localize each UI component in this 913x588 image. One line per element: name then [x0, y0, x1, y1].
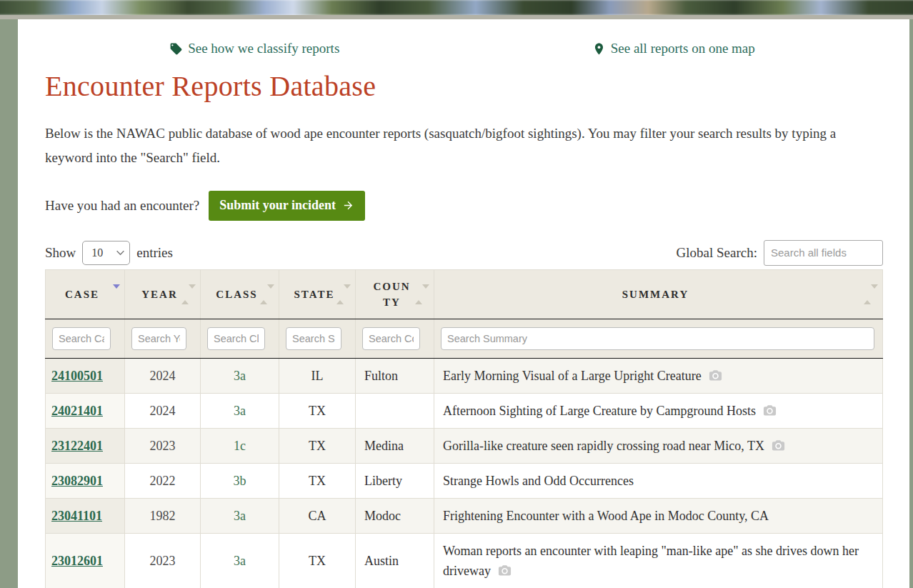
page-length-control: Show 10 entries [45, 241, 173, 265]
header-photo-banner [0, 0, 913, 15]
year-cell: 2023 [125, 533, 201, 588]
summary-cell: Gorilla-like creature seen rapidly cross… [434, 428, 883, 463]
class-cell: 3a [201, 393, 279, 428]
state-cell: TX [279, 463, 356, 498]
state-cell: TX [279, 533, 356, 588]
county-cell: Modoc [356, 498, 434, 533]
table-controls-row: Show 10 entries Global Search: [45, 240, 883, 266]
show-label: Show [45, 245, 76, 261]
column-header-state[interactable]: STATE [279, 269, 356, 319]
column-header-county[interactable]: COUNTY [356, 269, 434, 319]
table-header: CASE YEAR CLASS STATE COUNTY [46, 269, 883, 358]
entries-label: entries [136, 245, 173, 261]
table-row: 23041101 1982 3a CA Modoc Frightening En… [46, 498, 883, 533]
summary-cell: Woman reports an encounter with leaping … [434, 533, 883, 588]
sort-both-icon [336, 286, 351, 302]
table-row: 24021401 2024 3a TX Afternoon Sighting o… [46, 393, 883, 428]
main-content: See how we classify reports See all repo… [18, 19, 909, 588]
map-pin-icon [592, 42, 606, 56]
state-cell: TX [279, 393, 356, 428]
year-cell: 2024 [125, 358, 201, 393]
state-cell: CA [279, 498, 356, 533]
reports-table: CASE YEAR CLASS STATE COUNTY [45, 269, 883, 588]
camera-icon [771, 438, 786, 453]
table-row: 23122401 2023 1c TX Medina Gorilla-like … [46, 428, 883, 463]
county-cell: Medina [356, 428, 434, 463]
year-cell: 2023 [125, 428, 201, 463]
column-header-year[interactable]: YEAR [125, 269, 201, 319]
encounter-prompt: Have you had an encounter? [45, 198, 199, 214]
case-link[interactable]: 23041101 [51, 509, 102, 523]
global-search-control: Global Search: [677, 240, 883, 266]
state-filter-input[interactable] [286, 327, 341, 350]
column-filter-row [46, 319, 883, 358]
page-background-strip-left [0, 19, 18, 588]
classify-reports-link[interactable]: See how we classify reports [169, 41, 339, 56]
summary-cell: Afternoon Sighting of Large Creature by … [434, 393, 883, 428]
case-link[interactable]: 23122401 [51, 439, 103, 453]
camera-icon [708, 368, 723, 383]
case-link[interactable]: 23082901 [51, 474, 103, 488]
column-header-class[interactable]: CLASS [201, 269, 279, 319]
case-cell: 23012601 [46, 533, 125, 588]
case-cell: 23082901 [46, 463, 125, 498]
sort-desc-icon [106, 286, 120, 302]
case-link[interactable]: 24021401 [51, 404, 103, 418]
case-cell: 23041101 [46, 498, 125, 533]
case-link[interactable]: 24100501 [51, 369, 103, 383]
global-search-label: Global Search: [677, 245, 757, 261]
class-cell: 1c [201, 428, 279, 463]
class-cell: 3a [201, 358, 279, 393]
page-size-select[interactable]: 10 [82, 241, 130, 265]
table-body: 24100501 2024 3a IL Fulton Early Morning… [46, 358, 883, 588]
case-filter-input[interactable] [52, 327, 111, 350]
classify-reports-label: See how we classify reports [188, 41, 339, 56]
class-cell: 3a [201, 498, 279, 533]
case-link[interactable]: 23012601 [51, 554, 103, 568]
sort-both-icon [415, 286, 429, 302]
column-header-case[interactable]: CASE [46, 269, 125, 319]
table-row: 23082901 2022 3b TX Liberty Strange Howl… [46, 463, 883, 498]
sort-both-icon [260, 286, 274, 302]
county-cell: Fulton [356, 358, 434, 393]
tag-icon [169, 42, 183, 56]
submit-incident-label: Submit your incident [219, 198, 336, 213]
reports-map-label: See all reports on one map [611, 41, 755, 56]
summary-cell: Strange Howls and Odd Occurrences [434, 463, 883, 498]
county-filter-input[interactable] [362, 327, 420, 350]
case-cell: 24100501 [46, 358, 125, 393]
case-cell: 24021401 [46, 393, 125, 428]
class-cell: 3a [201, 533, 279, 588]
year-cell: 2022 [125, 463, 201, 498]
page-background-strip-right [909, 19, 913, 588]
page-title: Encounter Reports Database [45, 69, 883, 103]
global-search-input[interactable] [764, 240, 883, 266]
summary-cell: Frightening Encounter with a Wood Ape in… [434, 498, 883, 533]
intro-text: Below is the NAWAC public database of wo… [45, 121, 883, 170]
top-links-row: See how we classify reports See all repo… [45, 41, 883, 59]
state-cell: IL [279, 358, 356, 393]
submit-incident-button[interactable]: Submit your incident [209, 191, 365, 221]
year-cell: 2024 [125, 393, 201, 428]
camera-icon [762, 403, 777, 418]
year-cell: 1982 [125, 498, 201, 533]
reports-map-link[interactable]: See all reports on one map [592, 41, 755, 56]
county-cell [356, 393, 434, 428]
state-cell: TX [279, 428, 356, 463]
table-row: 23012601 2023 3a TX Austin Woman reports… [46, 533, 883, 588]
sort-both-icon [181, 286, 196, 302]
year-filter-input[interactable] [131, 327, 186, 350]
county-cell: Austin [356, 533, 434, 588]
camera-icon [497, 563, 512, 578]
summary-filter-input[interactable] [441, 327, 874, 350]
arrow-right-icon [342, 199, 354, 211]
class-filter-input[interactable] [207, 327, 265, 350]
summary-cell: Early Morning Visual of a Large Upright … [434, 358, 883, 393]
sort-both-icon [864, 286, 878, 302]
county-cell: Liberty [356, 463, 434, 498]
case-cell: 23122401 [46, 428, 125, 463]
class-cell: 3b [201, 463, 279, 498]
encounter-prompt-row: Have you had an encounter? Submit your i… [45, 191, 883, 221]
column-header-summary[interactable]: SUMMARY [434, 269, 883, 319]
table-row: 24100501 2024 3a IL Fulton Early Morning… [46, 358, 883, 393]
